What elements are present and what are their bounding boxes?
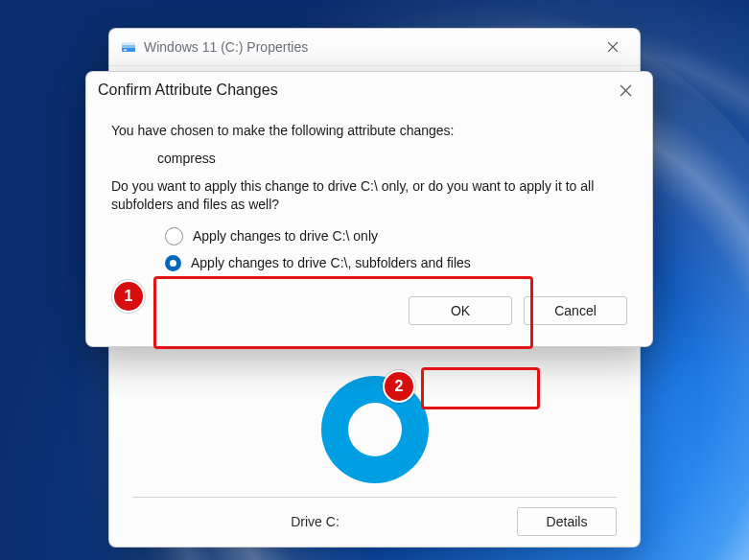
confirm-body: You have chosen to make the following at…: [86, 108, 652, 346]
svg-rect-2: [122, 42, 135, 45]
properties-title: Windows 11 (C:) Properties: [144, 39, 592, 55]
confirm-close-button[interactable]: [604, 76, 646, 105]
ok-button[interactable]: OK: [409, 296, 512, 325]
confirm-dialog: Confirm Attribute Changes You have chose…: [85, 71, 653, 347]
drive-label: Drive C:: [132, 514, 498, 529]
details-button[interactable]: Details: [517, 507, 617, 536]
radio-apply-only[interactable]: Apply changes to drive C:\ only: [165, 227, 627, 245]
drive-icon: [121, 39, 136, 55]
disk-usage-donut: [321, 376, 429, 483]
confirm-change: compress: [111, 150, 627, 168]
properties-close-button[interactable]: [592, 33, 634, 61]
radio-icon: [165, 227, 183, 245]
radio-group: Apply changes to drive C:\ only Apply ch…: [165, 227, 627, 271]
radio-icon: [165, 255, 181, 271]
cancel-button[interactable]: Cancel: [524, 296, 627, 325]
radio-apply-recursive[interactable]: Apply changes to drive C:\, subfolders a…: [165, 255, 627, 271]
confirm-question: Do you want to apply this change to driv…: [111, 177, 627, 214]
radio-apply-only-label: Apply changes to drive C:\ only: [193, 228, 378, 244]
confirm-intro: You have chosen to make the following at…: [111, 122, 627, 140]
svg-rect-3: [124, 50, 127, 51]
radio-apply-recursive-label: Apply changes to drive C:\, subfolders a…: [191, 255, 471, 270]
confirm-title: Confirm Attribute Changes: [98, 82, 604, 99]
svg-rect-1: [122, 45, 135, 48]
properties-titlebar[interactable]: Windows 11 (C:) Properties: [109, 29, 640, 66]
confirm-titlebar[interactable]: Confirm Attribute Changes: [86, 72, 652, 108]
